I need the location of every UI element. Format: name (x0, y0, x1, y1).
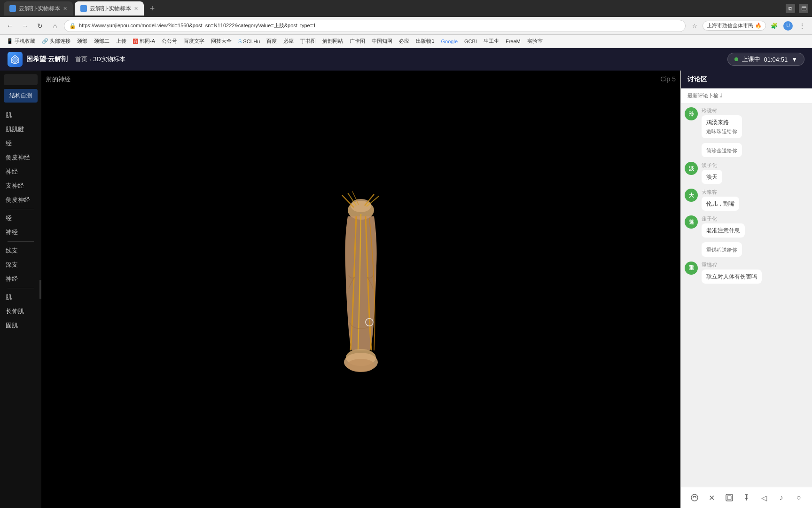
sidebar-item-ji[interactable]: 肌 (4, 108, 38, 122)
bookmark-jp-label: 解剖网站 (322, 38, 343, 45)
window-restore-btn[interactable]: ⧉ (786, 4, 795, 13)
tab-2-close[interactable]: ✕ (134, 6, 138, 12)
bookmark-freem-label: FreeM (506, 39, 521, 44)
home-button[interactable]: ⌂ (49, 20, 61, 32)
sidebar-item-shenjing2[interactable]: 神经 (4, 225, 38, 239)
bookmark-jiepou[interactable]: 解剖网站 (320, 37, 346, 46)
chat-content-1: 玲珑树 鸡汤来路 道味珠送给你 (702, 107, 742, 138)
bookmark-lab[interactable]: 实验室 (524, 37, 546, 46)
bookmark-wangji[interactable]: 网技大全 (208, 37, 234, 46)
self-test-button[interactable]: 结构自测 (4, 89, 38, 103)
sidebar-divider-2 (8, 241, 34, 242)
sidebar-item-shenjing3[interactable]: 神经 (4, 272, 38, 286)
bookmark-dingshitu[interactable]: 丁书图 (297, 37, 319, 46)
tab-1-label: 云解剖-实物标本 (19, 5, 60, 13)
bookmark-head-link[interactable]: 🔗 头部连接 (39, 37, 73, 46)
bookmark-baidu[interactable]: 百度 (264, 37, 280, 46)
sidebar-collapse-btn[interactable]: ◀ (39, 280, 41, 299)
tab-2[interactable]: 云解剖-实物标本 ✕ (75, 1, 144, 16)
bookmark-sci[interactable]: S SCI-Hu (235, 38, 263, 45)
sidebar-item-shenzhi[interactable]: 深支 (4, 258, 38, 272)
bookmark-icon[interactable]: ☆ (688, 20, 701, 32)
search-input[interactable] (8, 77, 41, 83)
logo-text: 国希望·云解剖 (26, 55, 68, 64)
bookmark-freem[interactable]: FreeM (503, 38, 523, 45)
bookmark-baidu-text[interactable]: 百度文字 (181, 37, 207, 46)
panel-back-icon[interactable]: ◁ (757, 491, 771, 504)
bookmark-head-icon: 🔗 (42, 38, 48, 44)
chat-content-3: 淡子化 淡天 (702, 162, 722, 184)
bookmark-google[interactable]: Google (438, 38, 461, 45)
bookmark-han-icon: 🅰 (133, 39, 138, 44)
forward-button[interactable]: → (19, 20, 31, 32)
sidebar-item-ji2[interactable]: 肌 (4, 290, 38, 304)
bookmark-cnki[interactable]: 中国知网 (369, 37, 395, 46)
bookmark-neck2[interactable]: 颈部二 (91, 37, 112, 46)
chat-text-5: 老准注意什息 (706, 226, 740, 235)
bookmark-head-label: 头部连接 (50, 38, 70, 45)
browser-frame: 云解剖-实物标本 ✕ 云解剖-实物标本 ✕ + ⧉ 🗖 ← → ↻ ⌂ 🔒 ht… (0, 0, 812, 508)
class-timer[interactable]: 上课中 01:04:51 ▼ (727, 53, 804, 66)
sidebar-item-shenjing[interactable]: 神经 (4, 165, 38, 179)
bookmark-dst-label: 丁书图 (300, 38, 316, 45)
sidebar-item-cepishenjing[interactable]: 侧皮神经 (4, 193, 38, 207)
panel-mic-icon[interactable]: 🎙 (740, 491, 753, 504)
bookmark-bidu[interactable]: 必应 (281, 37, 297, 46)
sidebar-item-zhishenjing[interactable]: 支神经 (4, 179, 38, 193)
extensions-icon[interactable]: 🧩 (768, 20, 780, 32)
bookmark-shengong[interactable]: 生工生 (481, 37, 502, 46)
chat-content-5: 蓬子化 老准注意什息 (702, 215, 745, 238)
tab-1-close[interactable]: ✕ (63, 6, 67, 12)
bookmark-han[interactable]: 🅰 韩同-A (130, 37, 158, 46)
bookmark-sci-icon: S (238, 39, 242, 44)
panel-icon-circle-left[interactable] (688, 491, 701, 504)
bookmark-gcbi-label: GCBI (464, 39, 477, 44)
viewer-area[interactable]: 肘的神经 Cip 5 (41, 71, 680, 508)
menu-icon[interactable]: ⋮ (796, 20, 808, 32)
sidebar-item-guji[interactable]: 固肌 (4, 318, 38, 333)
https-icon: 🔒 (69, 23, 76, 29)
bookmark-wangji-label: 网技大全 (211, 38, 232, 45)
sidebar-item-jijiian[interactable]: 肌肌腱 (4, 122, 38, 136)
sidebar-item-jing[interactable]: 经 (4, 136, 38, 151)
sidebar-item-xianzhi[interactable]: 线支 (4, 244, 38, 258)
logo-icon (8, 52, 23, 67)
sidebar-divider-3 (8, 288, 34, 288)
bookmark-cnki-label: 中国知网 (372, 38, 392, 45)
search-bar[interactable]: 🔍 (4, 74, 38, 85)
bookmark-biying[interactable]: 必应 (396, 37, 412, 46)
back-button[interactable]: ← (4, 20, 16, 32)
new-tab-button[interactable]: + (146, 2, 159, 15)
panel-icon-expand[interactable] (723, 491, 736, 504)
chat-message-1: 玲 玲珑树 鸡汤来路 道味珠送给你 (685, 107, 808, 138)
bookmark-phone-icon: 📱 (7, 38, 13, 44)
sidebar-item-changshenji[interactable]: 长伸肌 (4, 304, 38, 318)
window-maximize-btn[interactable]: 🗖 (799, 4, 808, 13)
chat-content-7: 重锑程 耿立对人体有伤害吗 (702, 262, 762, 284)
tab-1[interactable]: 云解剖-实物标本 ✕ (4, 1, 73, 16)
profile-icon[interactable]: U (782, 20, 794, 32)
bookmark-neck[interactable]: 颈部 (74, 37, 90, 46)
sidebar-item-jing2[interactable]: 经 (4, 211, 38, 225)
chat-message-5: 蓬 蓬子化 老准注意什息 (685, 215, 808, 238)
bookmark-upload[interactable]: 上传 (113, 37, 129, 46)
chat-area[interactable]: 玲 玲珑树 鸡汤来路 道味珠送给你 简珍金送给你 (681, 103, 812, 487)
address-bar[interactable]: 🔒 https://www.yunjiepou.com/model-view?i… (64, 20, 686, 32)
bookmark-guangka[interactable]: 广卡图 (347, 37, 368, 46)
bookmark-phone[interactable]: 📱 手机收藏 (4, 37, 38, 46)
panel-circle-icon[interactable]: ○ (792, 491, 805, 504)
bookmark-gcbi[interactable]: GCBI (461, 38, 480, 45)
svg-point-13 (691, 494, 698, 501)
bookmark-chuban[interactable]: 出版物1 (413, 37, 437, 46)
tab-2-label: 云解剖-实物标本 (90, 5, 131, 13)
refresh-button[interactable]: ↻ (34, 20, 46, 32)
chat-name-5: 蓬子化 (702, 215, 745, 222)
panel-icon-close[interactable]: ✕ (705, 491, 718, 504)
chat-text-7: 耿立对人体有伤害吗 (706, 272, 757, 281)
sidebar-item-cepijing[interactable]: 侧皮神经 (4, 151, 38, 165)
app-content: 国希望·云解剖 首页 › 3D实物标本 上课中 01:04:51 ▼ 🔍 (0, 48, 812, 508)
user-text: 上海市致信全体市民 (707, 22, 753, 29)
panel-music-icon[interactable]: ♪ (775, 491, 788, 504)
bookmark-gongzonghao[interactable]: 公公号 (159, 37, 180, 46)
nav-home[interactable]: 首页 (75, 55, 87, 64)
